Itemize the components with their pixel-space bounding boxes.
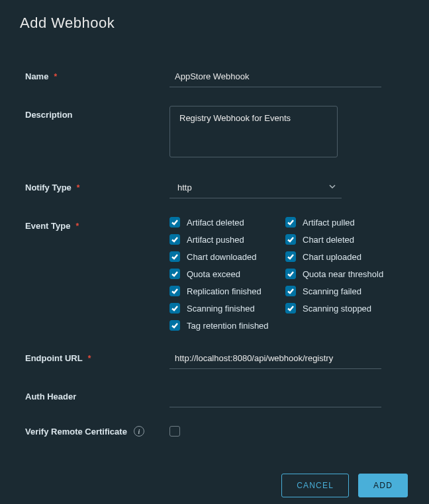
row-endpoint-url: Endpoint URL * — [25, 349, 409, 369]
verify-cert-checkbox[interactable] — [169, 426, 180, 437]
checkbox[interactable] — [285, 303, 296, 314]
form-scroll-area[interactable]: Name * Description Notify Type * — [0, 48, 416, 504]
event-type-option[interactable]: Chart deleted — [285, 234, 401, 245]
notify-type-select[interactable]: http — [169, 179, 342, 198]
checkbox[interactable] — [169, 320, 180, 331]
event-type-label: Scanning stopped — [303, 304, 371, 314]
event-type-label: Scanning failed — [303, 286, 361, 296]
event-type-option[interactable]: Quota near threshold — [285, 269, 401, 279]
name-input[interactable] — [169, 67, 381, 87]
event-type-label: Chart uploaded — [303, 252, 361, 262]
label-verify-cert: Verify Remote Certificate i — [25, 426, 169, 437]
row-event-type: Event Type * Artifact deletedArtifact pu… — [25, 217, 409, 331]
checkbox[interactable] — [169, 286, 180, 296]
checkbox[interactable] — [169, 251, 180, 262]
checkbox[interactable] — [285, 234, 296, 245]
checkbox[interactable] — [169, 234, 180, 245]
event-type-label: Tag retention finished — [187, 321, 269, 331]
event-type-label: Chart downloaded — [187, 252, 257, 262]
footer-actions: CANCEL ADD — [25, 455, 409, 497]
event-type-option[interactable]: Artifact pushed — [169, 234, 285, 245]
event-type-option[interactable]: Chart downloaded — [169, 251, 285, 262]
event-type-option[interactable]: Scanning failed — [285, 286, 401, 296]
event-type-label: Quota exceed — [187, 269, 240, 279]
event-type-label: Artifact deleted — [187, 218, 244, 228]
event-type-label: Artifact pulled — [303, 218, 355, 228]
event-type-label: Artifact pushed — [187, 235, 244, 245]
checkbox[interactable] — [285, 269, 296, 279]
checkbox[interactable] — [285, 217, 296, 228]
event-type-option[interactable]: Artifact pulled — [285, 217, 401, 228]
event-type-label: Quota near threshold — [303, 269, 383, 279]
row-notify-type: Notify Type * http — [25, 179, 409, 198]
auth-header-input[interactable] — [169, 388, 381, 407]
label-endpoint-url: Endpoint URL * — [25, 349, 169, 363]
event-type-option[interactable]: Chart uploaded — [285, 251, 401, 262]
description-textarea[interactable] — [169, 106, 338, 157]
add-webhook-modal: Add Webhook Name * Description Notify Ty… — [0, 0, 429, 504]
endpoint-url-input[interactable] — [169, 349, 381, 369]
cancel-button[interactable]: CANCEL — [281, 474, 349, 497]
info-icon[interactable]: i — [134, 426, 144, 437]
event-type-option[interactable]: Artifact deleted — [169, 217, 285, 228]
label-event-type: Event Type * — [25, 217, 169, 231]
event-type-label: Scanning finished — [187, 304, 255, 314]
event-types-grid: Artifact deletedArtifact pulledArtifact … — [169, 217, 409, 331]
event-type-label: Chart deleted — [303, 235, 354, 245]
event-type-option[interactable]: Quota exceed — [169, 269, 285, 279]
checkbox[interactable] — [169, 303, 180, 314]
required-marker: * — [54, 72, 57, 81]
row-name: Name * — [25, 67, 409, 87]
event-type-option[interactable]: Replication finished — [169, 286, 285, 296]
event-type-label: Replication finished — [187, 286, 262, 296]
modal-title: Add Webhook — [0, 0, 429, 32]
required-marker: * — [75, 222, 79, 231]
required-marker: * — [88, 354, 91, 363]
checkbox[interactable] — [169, 217, 180, 228]
checkbox[interactable] — [169, 269, 180, 279]
event-type-option[interactable]: Scanning finished — [169, 303, 285, 314]
label-auth-header: Auth Header — [25, 388, 169, 401]
row-verify-cert: Verify Remote Certificate i — [25, 426, 409, 437]
row-description: Description — [25, 106, 409, 160]
event-type-option[interactable]: Tag retention finished — [169, 320, 285, 331]
event-type-option[interactable]: Scanning stopped — [285, 303, 401, 314]
label-description: Description — [25, 106, 169, 120]
checkbox[interactable] — [285, 251, 296, 262]
label-notify-type: Notify Type * — [25, 179, 169, 192]
label-name: Name * — [25, 67, 169, 81]
add-button[interactable]: ADD — [358, 474, 408, 497]
row-auth-header: Auth Header — [25, 388, 409, 407]
required-marker: * — [77, 183, 80, 192]
checkbox[interactable] — [285, 286, 296, 296]
